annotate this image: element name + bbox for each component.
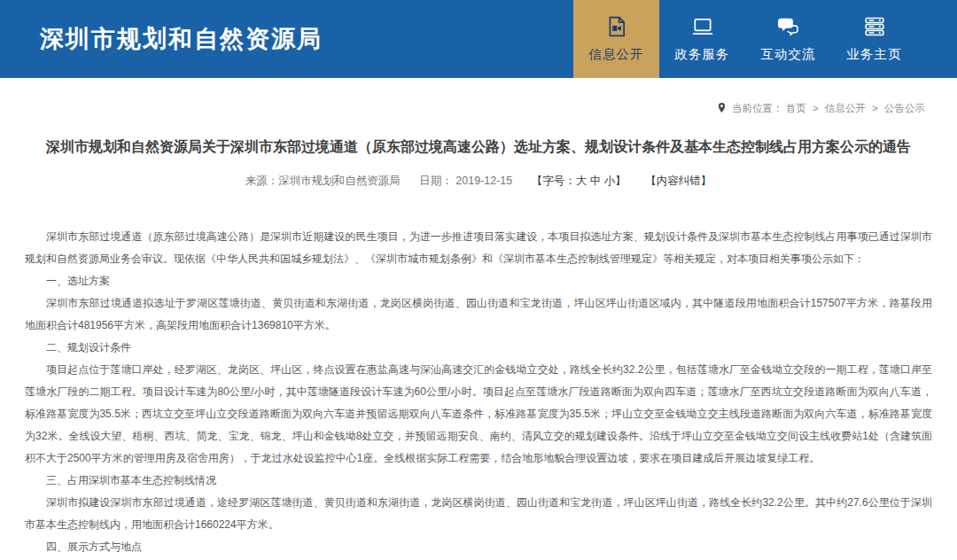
- breadcrumb-home[interactable]: 首页: [786, 103, 806, 113]
- server-stack-icon: [863, 15, 886, 38]
- article-meta: 来源：深圳市规划和自然资源局 日期： 2019-12-15 【字号：大 中 小】…: [0, 174, 957, 189]
- nav-item-label: 互动交流: [761, 46, 816, 63]
- location-pin-icon: [716, 102, 727, 113]
- article-paragraph: 深圳市拟建设深圳市东部过境通道，途经罗湖区莲塘街道、黄贝街道和东湖街道，龙岗区横…: [25, 492, 932, 536]
- chat-bubbles-icon: [777, 15, 800, 38]
- article-paragraph: 深圳市东部过境通道（原东部过境高速公路）是深圳市近期建设的民生项目，为进一步推进…: [25, 226, 932, 270]
- breadcrumb-info-disclosure[interactable]: 信息公开: [825, 103, 866, 113]
- meta-source: 来源：深圳市规划和自然资源局: [245, 175, 401, 187]
- nav-item-label: 政务服务: [675, 46, 730, 63]
- meta-date: 日期： 2019-12-15: [419, 175, 512, 187]
- breadcrumb-separator: >: [813, 103, 819, 113]
- article-title: 深圳市规划和自然资源局关于深圳市东部过境通道（原东部过境高速公路）选址方案、规划…: [31, 137, 926, 157]
- font-size-switcher[interactable]: 【字号：大 中 小】: [532, 175, 626, 187]
- nav-item-gov-services[interactable]: 政务服务: [659, 0, 745, 78]
- nav-item-interaction[interactable]: 互动交流: [745, 0, 831, 78]
- section-heading: 三、占用深圳市基本生态控制线情况: [25, 470, 932, 492]
- nav-item-label: 信息公开: [589, 46, 644, 63]
- laptop-icon: [691, 15, 714, 38]
- article-body: 深圳市东部过境通道（原东部过境高速公路）是深圳市近期建设的民生项目，为进一步推进…: [25, 226, 932, 558]
- breadcrumb-current: 公告公示: [884, 103, 925, 113]
- breadcrumb: 当前位置： 首页 > 信息公开 > 公告公示: [0, 102, 957, 114]
- section-heading: 一、选址方案: [25, 270, 932, 292]
- page: 深圳市规划和自然资源局 信息公开: [0, 0, 957, 560]
- section-heading: 二、规划设计条件: [25, 337, 932, 359]
- section-heading: 四、展示方式与地点: [25, 536, 932, 558]
- meta-source-label: 来源：: [245, 175, 279, 187]
- nav-item-info-disclosure[interactable]: 信息公开: [573, 0, 659, 78]
- breadcrumb-label: 当前位置：: [732, 103, 783, 113]
- nav-item-business-home[interactable]: 业务主页: [831, 0, 917, 78]
- top-nav: 信息公开 政务服务 互动交流: [573, 0, 957, 78]
- site-title: 深圳市规划和自然资源局: [0, 23, 323, 55]
- meta-date-value: 2019-12-15: [455, 175, 512, 187]
- article-paragraph: 深圳市东部过境通道拟选址于罗湖区莲塘街道、黄贝街道和东湖街道，龙岗区横岗街道、园…: [25, 292, 932, 337]
- document-info-icon: [605, 15, 628, 38]
- article-paragraph: 项目起点位于莲塘口岸处，经罗湖区、龙岗区、坪山区，终点设置在惠盐高速与深汕高速交…: [25, 359, 932, 470]
- article: 深圳市规划和自然资源局关于深圳市东部过境通道（原东部过境高速公路）选址方案、规划…: [0, 137, 957, 558]
- meta-date-label: 日期：: [419, 175, 453, 187]
- meta-source-value: 深圳市规划和自然资源局: [278, 175, 401, 187]
- site-header: 深圳市规划和自然资源局 信息公开: [0, 0, 957, 78]
- breadcrumb-separator: >: [872, 103, 878, 113]
- content-correction-button[interactable]: 【内容纠错】: [645, 175, 712, 187]
- nav-item-label: 业务主页: [847, 46, 902, 63]
